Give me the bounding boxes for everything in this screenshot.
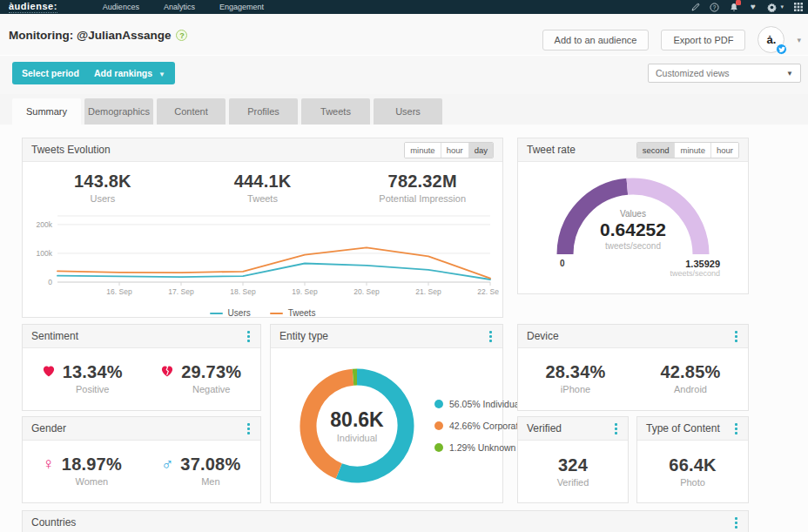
heart-icon: [42, 365, 56, 381]
tab-users[interactable]: Users: [374, 98, 442, 125]
entity-donut-chart[interactable]: 80.6K Individual: [292, 360, 422, 491]
account-caret-icon[interactable]: ▾: [797, 36, 801, 44]
panel-device: Device 28.34% iPhone 42.85% Android: [517, 324, 749, 411]
svg-text:20. Sep: 20. Sep: [354, 287, 380, 296]
caret-down-icon: ▼: [158, 71, 165, 78]
svg-text:0: 0: [48, 278, 52, 286]
panel-gender: Gender ♀ 18.97% Women ♂: [22, 416, 261, 503]
toggle-hour[interactable]: hour: [711, 143, 738, 158]
kebab-menu-icon[interactable]: [246, 329, 252, 344]
kebab-menu-icon[interactable]: [733, 515, 739, 530]
stat-women: ♀ 18.97% Women: [23, 455, 142, 487]
panel-title: Sentiment: [31, 330, 78, 342]
help-badge-icon[interactable]: ?: [176, 30, 187, 41]
pencil-icon[interactable]: [690, 3, 700, 12]
legend-individual: 56.05% Individual: [434, 399, 523, 409]
add-to-audience-button[interactable]: Add to an audience: [542, 30, 650, 51]
panel-tweets-evolution: Tweets Evolution minute hour day 143.8K …: [22, 138, 503, 318]
gear-icon[interactable]: [767, 3, 777, 12]
svg-text:18. Sep: 18. Sep: [230, 287, 256, 296]
granularity-toggle: minute hour day: [404, 142, 494, 158]
audiense-dashboard: àudiense: Audiences Analytics Engagement…: [0, 0, 808, 532]
panel-title: Entity type: [279, 330, 328, 342]
corporate-swatch: [434, 421, 443, 430]
toggle-minute[interactable]: minute: [675, 143, 711, 158]
legend-tweets[interactable]: Tweets: [270, 308, 316, 318]
stat-potential-impression: 782.32M Potential Impression: [342, 172, 502, 204]
toggle-day[interactable]: day: [469, 143, 493, 158]
panel-title: Tweets Evolution: [31, 144, 111, 156]
add-rankings-button[interactable]: Add rankings▼: [84, 62, 175, 84]
panel-title: Device: [527, 330, 559, 342]
caret-down-icon: ▼: [786, 70, 793, 77]
tab-tweets[interactable]: Tweets: [301, 98, 370, 125]
bell-icon[interactable]: [729, 3, 738, 12]
avatar[interactable]: ȧ.: [758, 26, 784, 53]
tab-content[interactable]: Content: [157, 98, 226, 125]
svg-text:?: ?: [713, 3, 717, 10]
page-title: Monitoring: @JulianAssange?: [9, 29, 187, 42]
export-pdf-button[interactable]: Export to PDF: [661, 30, 745, 51]
tab-profiles[interactable]: Profiles: [229, 98, 298, 125]
nav-item-analytics[interactable]: Analytics: [164, 3, 195, 11]
header-actions: Add to an audience Export to PDF ȧ. ▾: [542, 26, 801, 53]
panel-title: Tweet rate: [527, 144, 576, 156]
toggle-second[interactable]: second: [637, 143, 676, 158]
stat-users: 143.8K Users: [23, 172, 183, 204]
stat-men: ♂ 37.08% Men: [142, 455, 261, 487]
female-icon: ♀: [43, 455, 55, 474]
nav-item-audiences[interactable]: Audiences: [103, 3, 139, 11]
evolution-stats: 143.8K Users 444.1K Tweets 782.32M Poten…: [23, 162, 502, 209]
apps-grid-icon[interactable]: [793, 3, 803, 12]
tab-bar: Summary Demographics Content Profiles Tw…: [12, 98, 442, 125]
toggle-minute[interactable]: minute: [405, 143, 441, 158]
kebab-menu-icon[interactable]: [733, 421, 739, 436]
stat-positive: 13.34% Positive: [23, 362, 142, 394]
donut-legend: 56.05% Individual 42.66% Corporate 1.29%…: [434, 399, 523, 453]
users-line-swatch: [210, 313, 223, 314]
legend-corporate: 42.66% Corporate: [434, 421, 523, 431]
tweets-evolution-chart[interactable]: 0100k200k16. Sep17. Sep18. Sep19. Sep20.…: [23, 209, 502, 306]
nav-menu: Audiences Analytics Engagement: [103, 3, 264, 11]
panel-verified: Verified 324 Verified: [517, 416, 629, 503]
audiense-logo[interactable]: àudiense:: [9, 1, 57, 13]
kebab-menu-icon[interactable]: [488, 329, 494, 344]
nav-icons: ? ♥ ▾: [690, 3, 803, 12]
gauge-unit: tweets/second: [546, 241, 720, 251]
tweet-rate-gauge: Values 0.64252 tweets/second 0 1.35929 t…: [546, 171, 720, 286]
panel-title: Type of Content: [646, 422, 720, 434]
broken-heart-icon: [160, 365, 174, 381]
heart-icon[interactable]: ♥: [748, 3, 758, 12]
panel-title: Verified: [527, 422, 562, 434]
notification-badge: [736, 0, 741, 5]
stat-negative: 29.73% Negative: [142, 362, 261, 394]
monitoring-title: Monitoring: @JulianAssange: [9, 29, 171, 42]
stat-iphone: 28.34% iPhone: [518, 362, 633, 394]
tab-demographics[interactable]: Demographics: [84, 98, 153, 125]
panel-sentiment: Sentiment 13.34% Positive: [22, 324, 261, 411]
stat-android: 42.85% Android: [633, 362, 748, 394]
panel-entity-type: Entity type 80.6K Individual 56.05% Indi…: [270, 324, 503, 503]
svg-text:100k: 100k: [37, 249, 53, 258]
kebab-menu-icon[interactable]: [246, 421, 252, 436]
rate-toggle: second minute hour: [636, 142, 739, 158]
twitter-badge-icon: [776, 44, 787, 55]
kebab-menu-icon[interactable]: [613, 421, 619, 436]
donut-center-label: Individual: [337, 433, 377, 443]
unknown-swatch: [434, 443, 443, 452]
svg-text:19. Sep: 19. Sep: [292, 287, 318, 296]
content-area: Tweets Evolution minute hour day 143.8K …: [0, 125, 808, 532]
chart-legend: Users Tweets: [23, 308, 502, 318]
panel-type-of-content: Type of Content 66.4K Photo: [636, 416, 749, 503]
kebab-menu-icon[interactable]: [733, 329, 739, 344]
stat-verified: 324 Verified: [518, 441, 628, 502]
svg-text:22. Sep: 22. Sep: [477, 287, 499, 296]
help-icon[interactable]: ?: [710, 3, 719, 12]
tab-summary[interactable]: Summary: [12, 98, 81, 125]
toggle-hour[interactable]: hour: [441, 143, 469, 158]
customized-views-select[interactable]: Customized views ▼: [648, 64, 801, 83]
svg-text:16. Sep: 16. Sep: [106, 287, 132, 296]
legend-users[interactable]: Users: [210, 308, 251, 318]
svg-text:17. Sep: 17. Sep: [168, 287, 194, 296]
nav-item-engagement[interactable]: Engagement: [219, 3, 264, 11]
